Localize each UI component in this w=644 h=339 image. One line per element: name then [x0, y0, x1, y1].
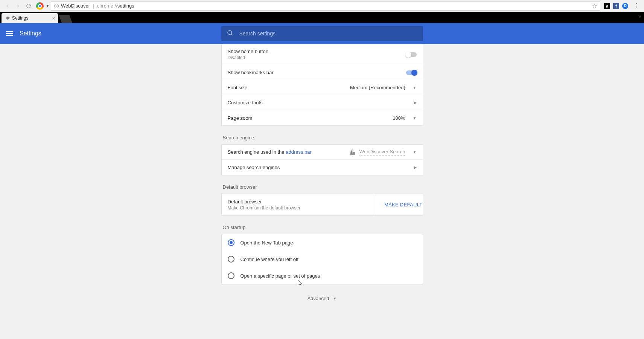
forward-button[interactable] — [14, 2, 23, 11]
facebook-extension-icon[interactable]: f — [613, 3, 619, 9]
page-title: Settings — [20, 30, 41, 37]
search-icon — [227, 29, 233, 38]
tab-settings[interactable]: Settings × — [2, 13, 58, 23]
url-text: WebDiscover | chrome://settings — [61, 3, 134, 9]
site-info-icon[interactable]: i — [54, 4, 59, 8]
reload-button[interactable] — [24, 2, 33, 11]
search-engine-dropdown: WebDiscover Search ▼ — [359, 149, 417, 156]
address-bar[interactable]: i WebDiscover | chrome://settings ☆ — [51, 2, 600, 11]
default-browser-sublabel: Make Chromium the default browser — [228, 205, 369, 211]
back-button[interactable] — [3, 2, 12, 11]
search-engine-used-row[interactable]: Search engine used in the address bar We… — [222, 145, 423, 160]
disqus-extension-icon[interactable]: D — [622, 3, 628, 9]
startup-option-label: Open the New Tab page — [241, 240, 293, 246]
startup-option-label: Continue where you left off — [241, 257, 298, 262]
gear-icon — [5, 16, 10, 20]
default-browser-card: Default browser Make Chromium the defaul… — [221, 194, 423, 215]
startup-option-label: Open a specific page or set of pages — [241, 273, 320, 279]
show-home-toggle[interactable] — [406, 52, 417, 57]
search-engine-card: Search engine used in the address bar We… — [221, 144, 423, 175]
default-browser-row: Default browser Make Chromium the defaul… — [222, 194, 423, 215]
search-input[interactable] — [239, 31, 418, 37]
on-startup-heading: On startup — [223, 224, 423, 230]
show-bookmarks-label: Show bookmarks bar — [228, 70, 406, 75]
show-bookmarks-row[interactable]: Show bookmarks bar — [222, 65, 423, 80]
show-home-label: Show home button — [228, 49, 406, 54]
chevron-right-icon: ▶ — [414, 100, 417, 105]
browser-menu-icon[interactable]: ⋮ — [633, 2, 639, 9]
search-engine-used-prefix: Search engine used in the — [228, 149, 286, 155]
search-engine-heading: Search engine — [223, 135, 423, 140]
page-zoom-row[interactable]: Page zoom 100% ▼ — [222, 110, 423, 125]
show-home-sublabel: Disabled — [228, 55, 406, 60]
font-size-dropdown[interactable]: Medium (Recommended) ▼ — [350, 85, 417, 90]
default-browser-label: Default browser — [228, 199, 369, 205]
page-zoom-label: Page zoom — [228, 115, 393, 121]
chrome-dropdown-icon[interactable]: ▼ — [46, 4, 49, 8]
startup-option-new-tab[interactable]: Open the New Tab page — [222, 234, 423, 251]
on-startup-card: Open the New Tab page Continue where you… — [221, 234, 423, 284]
font-size-row[interactable]: Font size Medium (Recommended) ▼ — [222, 80, 423, 95]
manage-search-engines-row[interactable]: Manage search engines ▶ — [222, 160, 423, 175]
amazon-extension-icon[interactable]: a — [604, 3, 610, 9]
extension-icons: a f D ⋮ — [604, 2, 642, 9]
page-zoom-dropdown[interactable]: 100% ▼ — [393, 115, 416, 121]
tab-strip: Settings × » — [0, 12, 644, 23]
tab-label: Settings — [12, 15, 28, 21]
radio-icon[interactable] — [228, 256, 234, 263]
customize-fonts-row[interactable]: Customize fonts ▶ — [222, 95, 423, 110]
search-settings-field[interactable] — [221, 26, 423, 41]
close-tab-icon[interactable]: × — [52, 15, 55, 21]
chevron-down-icon: ▼ — [333, 296, 336, 301]
radio-icon[interactable] — [228, 272, 234, 279]
chevron-down-icon: ▼ — [413, 86, 417, 90]
appearance-card: Show home button Disabled Show bookmarks… — [221, 44, 423, 126]
manage-search-engines-label: Manage search engines — [228, 165, 414, 170]
default-browser-heading: Default browser — [223, 184, 423, 190]
chevron-down-icon: ▼ — [413, 116, 417, 120]
chevron-down-icon: ▼ — [413, 150, 417, 154]
customize-fonts-label: Customize fonts — [228, 100, 414, 105]
settings-content: Show home button Disabled Show bookmarks… — [0, 44, 644, 339]
chevron-right-icon: ▶ — [414, 165, 417, 170]
startup-option-specific-pages[interactable]: Open a specific page or set of pages — [222, 267, 423, 284]
font-size-label: Font size — [228, 85, 350, 90]
new-tab-button[interactable] — [59, 15, 72, 23]
advanced-label: Advanced — [308, 296, 329, 301]
svg-point-0 — [228, 31, 232, 35]
address-bar-link[interactable]: address bar — [286, 149, 312, 155]
hamburger-menu-icon[interactable] — [6, 31, 13, 36]
settings-header: Settings — [0, 23, 644, 44]
tab-overflow-icon[interactable]: » — [639, 14, 641, 19]
browser-toolbar: ▼ i WebDiscover | chrome://settings ☆ a … — [0, 0, 644, 12]
radio-icon[interactable] — [228, 239, 234, 246]
show-bookmarks-toggle[interactable] — [406, 70, 417, 75]
chrome-icon — [36, 2, 44, 10]
startup-option-continue[interactable]: Continue where you left off — [222, 251, 423, 267]
advanced-toggle[interactable]: Advanced ▼ — [221, 296, 423, 301]
make-default-button[interactable]: MAKE DEFAULT — [375, 194, 423, 215]
bookmark-star-icon[interactable]: ☆ — [592, 3, 597, 9]
show-home-button-row[interactable]: Show home button Disabled — [222, 44, 423, 65]
enterprise-managed-icon — [349, 149, 356, 156]
